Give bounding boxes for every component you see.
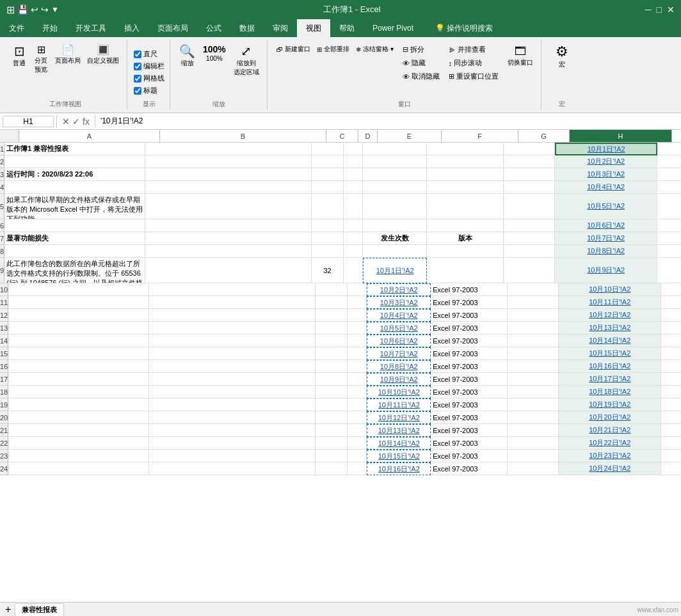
cell-f24[interactable]: Excel 97-2003: [431, 462, 508, 475]
cell-f22[interactable]: Excel 97-2003: [431, 437, 508, 450]
cell-e3[interactable]: [363, 168, 427, 181]
cell-a4[interactable]: [4, 181, 145, 194]
cell-e20[interactable]: 10月12日'!A2: [367, 411, 431, 424]
cell-b10[interactable]: [149, 283, 316, 296]
cell-i13[interactable]: [661, 322, 681, 335]
cell-d4[interactable]: [344, 181, 363, 194]
cell-h24[interactable]: 10月24日'!A2: [559, 462, 661, 475]
cell-b16[interactable]: [149, 360, 316, 373]
cell-a9[interactable]: 此工作簿包含的数据所在的单元格超出了所选文件格式支持的行列数限制。位于 6553…: [4, 258, 145, 283]
cell-d17[interactable]: [348, 373, 367, 386]
cell-e10[interactable]: 10月2日'!A2: [367, 283, 431, 296]
cell-b6[interactable]: [145, 219, 312, 232]
cell-f12[interactable]: Excel 97-2003: [431, 309, 508, 322]
cell-d7[interactable]: [344, 232, 363, 245]
cell-f10[interactable]: Excel 97-2003: [431, 283, 508, 296]
cell-g10[interactable]: [508, 283, 559, 296]
cell-i24[interactable]: [661, 462, 681, 475]
cell-c15[interactable]: [316, 347, 348, 360]
cell-g1[interactable]: [504, 143, 555, 155]
cell-e18[interactable]: 10月10日'!A2: [367, 386, 431, 399]
btn-split[interactable]: ⊟ 拆分: [400, 43, 442, 56]
cell-b18[interactable]: [149, 386, 316, 399]
cell-g22[interactable]: [508, 437, 559, 450]
cell-g7[interactable]: [504, 232, 555, 245]
cell-b3[interactable]: [145, 168, 312, 181]
cell-h8[interactable]: 10月8日'!A2: [555, 245, 657, 258]
cell-i16[interactable]: [661, 360, 681, 373]
col-header-e[interactable]: E: [378, 130, 442, 143]
cell-f23[interactable]: Excel 97-2003: [431, 450, 508, 462]
tab-start[interactable]: 开始: [33, 19, 67, 37]
insert-function-icon[interactable]: fx: [83, 116, 90, 127]
checkbox-editbar[interactable]: 编辑栏: [134, 61, 164, 71]
tab-file[interactable]: 文件: [0, 19, 33, 37]
cell-i17[interactable]: [661, 373, 681, 386]
cell-e13[interactable]: 10月5日'!A2: [367, 322, 431, 335]
cell-b17[interactable]: [149, 373, 316, 386]
cell-h9[interactable]: 10月9日'!A2: [555, 258, 657, 283]
cell-c17[interactable]: [316, 373, 348, 386]
tab-pagelayout[interactable]: 页面布局: [148, 19, 197, 37]
cell-i12[interactable]: [661, 309, 681, 322]
cell-e1[interactable]: [363, 143, 427, 155]
cell-a24[interactable]: [8, 462, 149, 475]
checkbox-gridlines[interactable]: 网格线: [134, 74, 164, 83]
cell-d21[interactable]: [348, 424, 367, 437]
cell-c18[interactable]: [316, 386, 348, 399]
cell-c11[interactable]: [316, 296, 348, 309]
cell-c20[interactable]: [316, 411, 348, 424]
cell-g20[interactable]: [508, 411, 559, 424]
tab-devtools[interactable]: 开发工具: [67, 19, 115, 37]
cell-a22[interactable]: [8, 437, 149, 450]
cell-e21[interactable]: 10月13日'!A2: [367, 424, 431, 437]
cell-b11[interactable]: [149, 296, 316, 309]
cell-d18[interactable]: [348, 386, 367, 399]
cell-a10[interactable]: [8, 283, 149, 296]
cell-d13[interactable]: [348, 322, 367, 335]
cell-b23[interactable]: [149, 450, 316, 462]
cell-i9[interactable]: [657, 258, 681, 283]
cell-a12[interactable]: [8, 309, 149, 322]
cell-d20[interactable]: [348, 411, 367, 424]
cell-h14[interactable]: 10月14日'!A2: [559, 335, 661, 347]
formula-input[interactable]: [98, 116, 678, 127]
cell-b9[interactable]: [145, 258, 312, 283]
cell-c2[interactable]: [312, 155, 344, 168]
cancel-formula-icon[interactable]: ✕: [62, 116, 70, 127]
col-header-i[interactable]: I: [672, 130, 681, 143]
cell-e19[interactable]: 10月11日'!A2: [367, 399, 431, 411]
cell-c4[interactable]: [312, 181, 344, 194]
cell-g12[interactable]: [508, 309, 559, 322]
cell-b19[interactable]: [149, 399, 316, 411]
cell-d16[interactable]: [348, 360, 367, 373]
cell-g18[interactable]: [508, 386, 559, 399]
cell-a7[interactable]: 显著功能损失: [4, 232, 145, 245]
cell-f13[interactable]: Excel 97-2003: [431, 322, 508, 335]
cell-c8[interactable]: [312, 245, 344, 258]
cell-d23[interactable]: [348, 450, 367, 462]
tab-help[interactable]: 帮助: [330, 19, 364, 37]
cell-h21[interactable]: 10月21日'!A2: [559, 424, 661, 437]
cell-c22[interactable]: [316, 437, 348, 450]
tab-formulas[interactable]: 公式: [197, 19, 230, 37]
col-header-f[interactable]: F: [442, 130, 518, 143]
cell-f16[interactable]: Excel 97-2003: [431, 360, 508, 373]
cell-h20[interactable]: 10月20日'!A2: [559, 411, 661, 424]
btn-zoom[interactable]: 🔍 缩放: [177, 43, 198, 69]
restore-btn[interactable]: □: [657, 4, 662, 15]
cell-a23[interactable]: [8, 450, 149, 462]
cell-d5[interactable]: [344, 194, 363, 219]
cell-e23[interactable]: 10月15日'!A2: [367, 450, 431, 462]
cell-h3[interactable]: 10月3日'!A2: [555, 168, 657, 181]
cell-c6[interactable]: [312, 219, 344, 232]
cell-f1[interactable]: [427, 143, 504, 155]
cell-a21[interactable]: [8, 424, 149, 437]
cell-f6[interactable]: [427, 219, 504, 232]
cell-g14[interactable]: [508, 335, 559, 347]
cell-h18[interactable]: 10月18日'!A2: [559, 386, 661, 399]
cell-a11[interactable]: [8, 296, 149, 309]
cell-i4[interactable]: [657, 181, 681, 194]
cell-e7[interactable]: 发生次数: [363, 232, 427, 245]
cell-d11[interactable]: [348, 296, 367, 309]
